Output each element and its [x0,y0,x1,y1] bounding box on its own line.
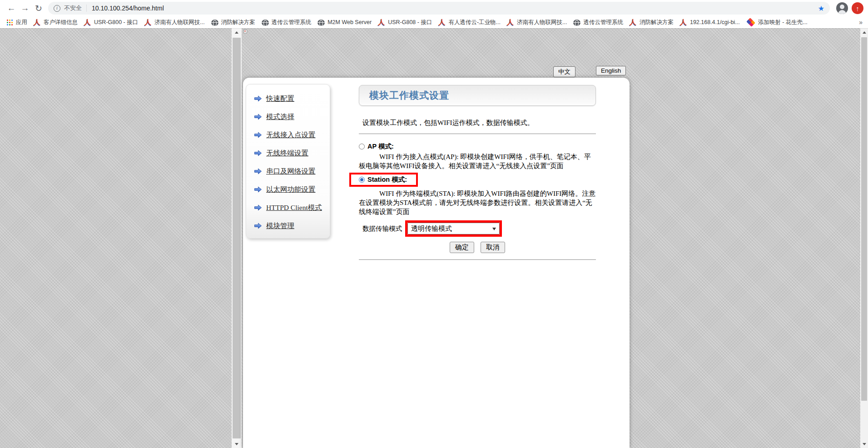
bookmark-item[interactable]: 消防解决方案 [208,18,258,27]
omnibox-divider [86,5,87,12]
sidebar-link[interactable]: 无线终端设置 [266,149,308,158]
blue-arrow-icon [254,132,262,138]
bookmark-label: 消防解决方案 [221,19,255,26]
bookmark-favicon [378,19,385,26]
triangle-up-icon [235,31,238,34]
bookmarks-bar: 应用 客户详细信息 USR-G800 - 接口 济南有人物联网技... 消防解决… [0,16,868,28]
ap-mode-radio[interactable] [359,144,365,149]
triangle-down-icon [235,443,238,445]
window-scrollbar[interactable] [860,28,868,448]
bookmark-label: 透传云管理系统 [583,19,623,26]
page-description: 设置模块工作模式，包括WIFI运作模式，数据传输模式。 [362,119,596,127]
bookmarks-overflow-icon[interactable]: » [856,19,865,26]
bookmark-favicon [262,20,269,26]
blue-arrow-icon [254,168,262,174]
bookmark-favicon [746,18,755,27]
bookmark-favicon [211,20,218,26]
blue-arrow-icon [254,150,262,156]
bookmark-item[interactable]: 透传云管理系统 [570,18,626,27]
site-info-icon[interactable]: i [54,5,60,12]
form-buttons: 确定 取消 [359,242,596,253]
bookmark-label: 有人透传云-工业物... [448,19,501,26]
content-panel: 快速配置 模式选择 [243,78,630,448]
station-mode-label: Station 模式: [367,175,407,184]
bookmark-item[interactable]: USR-G800 - 接口 [81,18,141,27]
scrollbar-thumb[interactable] [861,37,867,401]
sidebar-link[interactable]: 模式选择 [266,112,294,122]
ok-button[interactable]: 确定 [450,242,474,253]
language-english-button[interactable]: English [596,66,626,75]
url-text[interactable]: 10.10.100.254/home.html [92,5,818,12]
security-chip[interactable]: 不安全 [64,4,82,12]
bookmark-favicon [573,20,580,26]
main-content: 模块工作模式设置 设置模块工作模式，包括WIFI运作模式，数据传输模式。 AP … [359,85,596,260]
bookmark-label: 济南有人物联网技... [154,19,204,26]
data-transfer-select[interactable]: 透明传输模式 [407,223,500,234]
sidebar-menu-item[interactable]: 串口及网络设置 [246,162,330,180]
sidebar-link[interactable]: 串口及网络设置 [266,167,316,176]
sidebar-menu-item[interactable]: 无线终端设置 [246,144,330,162]
sidebar-menu-item[interactable]: 无线接入点设置 [246,126,330,144]
triangle-down-icon [863,443,866,445]
bookmark-item[interactable]: 应用 [3,18,30,27]
ap-mode-description: WIFI 作为接入点模式(AP): 即模块创建WIFI网络，供手机、笔记本、平板… [359,152,596,170]
data-transfer-label: 数据传输模式 [362,224,402,233]
language-chinese-button[interactable]: 中文 [553,66,575,77]
sidebar-link[interactable]: 以太网功能设置 [266,185,316,194]
bookmark-star-icon[interactable]: ★ [818,4,824,13]
station-mode-radio[interactable] [359,177,365,183]
profile-avatar[interactable] [836,2,848,14]
scroll-up-button[interactable] [860,28,868,36]
left-frame [0,28,232,448]
browser-toolbar: ← → ↻ i 不安全 10.10.100.254/home.html ★ ↑ [0,0,868,16]
sidebar-menu-item[interactable]: 模式选择 [246,108,330,126]
content-frame: 中文 English 快速配置 [242,28,860,448]
scrollbar-thumb[interactable] [233,38,241,438]
bookmark-label: M2M Web Server [327,19,372,25]
ap-mode-row: AP 模式: [359,142,596,151]
bookmark-label: 消防解决方案 [640,19,674,26]
bookmark-item[interactable]: 消防解决方案 [626,18,677,27]
blue-arrow-icon [254,186,262,193]
bookmark-item[interactable]: 透传云管理系统 [258,18,315,27]
ap-mode-label: AP 模式: [367,142,394,151]
bookmark-item[interactable]: 客户详细信息 [30,18,81,27]
reload-icon[interactable]: ↻ [32,1,45,15]
sidebar-menu-item[interactable]: 快速配置 [246,90,330,108]
bookmark-label: USR-G808 - 接口 [388,19,432,26]
sidebar-menu-item[interactable]: 以太网功能设置 [246,180,330,199]
divider-bottom [359,259,596,260]
scroll-down-button[interactable] [232,440,242,448]
bookmark-label: 济南有人物联网技... [517,19,567,26]
sidebar-link[interactable]: 快速配置 [266,94,294,104]
sidebar-menu-item[interactable]: HTTPD Client模式 [246,199,330,217]
back-icon[interactable]: ← [5,1,18,15]
bookmark-favicon [317,20,325,26]
station-highlight-box: Station 模式: [349,173,418,187]
address-bar[interactable]: i 不安全 10.10.100.254/home.html ★ [48,2,830,15]
bookmark-item[interactable]: 有人透传云-工业物... [435,18,504,27]
cancel-button[interactable]: 取消 [481,242,505,253]
bookmark-favicon [438,19,446,26]
bookmark-item[interactable]: 济南有人物联网技... [141,18,208,27]
select-highlight-box: 透明传输模式 [405,220,502,237]
bookmark-item[interactable]: 192.168.4.1/cgi-bi... [677,18,743,27]
bookmark-item[interactable]: M2M Web Server [314,18,375,27]
scroll-up-button[interactable] [232,28,242,36]
chrome-update-icon[interactable]: ↑ [852,2,863,14]
sidebar-link[interactable]: HTTPD Client模式 [266,203,322,213]
forward-icon[interactable]: → [18,1,32,15]
title-box: 模块工作模式设置 [359,85,596,106]
sidebar-link[interactable]: 模块管理 [266,221,294,231]
sidebar-menu-item[interactable]: 模块管理 [246,217,330,235]
bookmark-item[interactable]: USR-G808 - 接口 [375,18,435,27]
bookmark-item[interactable]: 添加映射 - 花生壳... [743,18,811,27]
scroll-down-button[interactable] [860,440,868,448]
sidebar-link[interactable]: 无线接入点设置 [266,130,316,140]
bookmark-label: 客户详细信息 [44,19,78,26]
bookmark-label: 透传云管理系统 [272,19,312,26]
blue-arrow-icon [254,114,262,120]
bookmark-item[interactable]: 济南有人物联网技... [504,18,570,27]
bookmark-favicon [34,19,41,26]
left-frame-scrollbar[interactable] [232,28,242,448]
